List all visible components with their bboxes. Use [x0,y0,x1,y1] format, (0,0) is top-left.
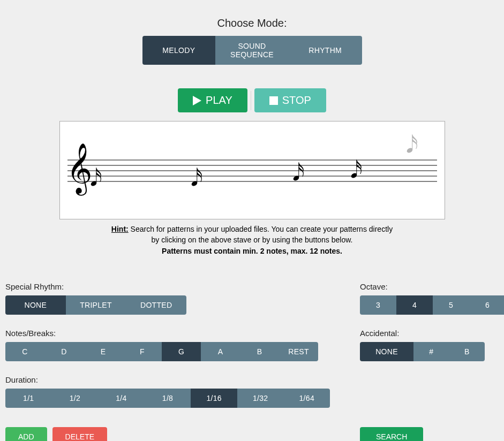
duration-1-64[interactable]: 1/64 [283,389,330,408]
play-icon [193,96,201,105]
duration-label: Duration: [5,375,329,384]
note-b[interactable]: B [240,342,279,361]
hint-text: Hint: Search for patterns in your upload… [59,224,445,256]
octave-3[interactable]: 3 [360,295,396,315]
mode-tab-sound-sequence[interactable]: SOUND SEQUENCE [215,36,289,65]
left-action-row: ADD DELETE [5,427,329,441]
svg-text:𝅘𝅥𝅯: 𝅘𝅥𝅯 [191,168,202,186]
special-rhythm-none[interactable]: NONE [5,295,66,315]
duration-1-2[interactable]: 1/2 [52,389,99,408]
accidental-sharp[interactable]: # [413,342,449,361]
music-stave[interactable]: 𝄞 𝅘𝅥𝅯 𝅘𝅥𝅯 𝅘𝅥𝅯 𝅘𝅥𝅯 𝅘𝅥𝅯 [59,121,445,219]
stop-icon [269,96,278,105]
note-g[interactable]: G [162,342,201,361]
hint-line-2: by clicking on the above stave or by usi… [152,235,353,244]
hint-line-1: Search for patterns in your uploaded fil… [129,225,393,233]
svg-text:𝅘𝅥𝅯: 𝅘𝅥𝅯 [351,159,362,178]
special-rhythm-label: Special Rhythm: [5,282,329,291]
special-rhythm-triplet[interactable]: TRIPLET [66,295,126,315]
octave-group: 3 4 5 6 [360,295,504,315]
duration-1-1[interactable]: 1/1 [5,389,52,408]
hint-prefix: Hint: [111,225,129,233]
treble-clef-icon: 𝄞 [66,143,92,196]
stop-button[interactable]: STOP [254,88,326,112]
play-stop-divider [251,91,251,110]
notes-label: Notes/Breaks: [5,329,329,338]
play-button-label: PLAY [206,94,232,107]
svg-rect-1 [269,96,278,105]
svg-text:𝅘𝅥𝅯: 𝅘𝅥𝅯 [407,134,417,153]
mode-tab-rhythm[interactable]: RHYTHM [289,36,362,65]
mode-tab-melody[interactable]: MELODY [142,36,216,65]
note-e[interactable]: E [84,342,123,361]
special-rhythm-dotted[interactable]: DOTTED [126,295,186,315]
special-rhythm-group: NONE TRIPLET DOTTED [5,295,186,315]
stop-button-label: STOP [282,94,311,107]
accidental-none[interactable]: NONE [360,342,413,361]
duration-1-16[interactable]: 1/16 [191,389,237,408]
octave-5[interactable]: 5 [433,295,469,315]
hint-line-3: Patterns must contain min. 2 notes, max.… [162,247,342,255]
note-a[interactable]: A [201,342,240,361]
play-button[interactable]: PLAY [178,88,247,112]
duration-1-32[interactable]: 1/32 [237,389,284,408]
accidental-label: Accidental: [360,329,504,338]
note-c[interactable]: C [5,342,44,361]
delete-button[interactable]: DELETE [52,427,107,441]
add-button[interactable]: ADD [5,427,47,441]
accidental-flat[interactable]: B [449,342,485,361]
octave-4[interactable]: 4 [396,295,433,315]
mode-tab-group: MELODY SOUND SEQUENCE RHYTHM [142,36,362,65]
duration-1-4[interactable]: 1/4 [98,389,145,408]
octave-6[interactable]: 6 [469,295,504,315]
svg-text:𝅘𝅥𝅯: 𝅘𝅥𝅯 [91,168,101,186]
svg-marker-0 [193,96,201,105]
accidental-group: NONE # B [360,342,485,361]
note-d[interactable]: D [44,342,84,361]
octave-label: Octave: [360,282,504,291]
duration-1-8[interactable]: 1/8 [145,389,191,408]
note-f[interactable]: F [123,342,162,361]
search-button[interactable]: SEARCH [360,427,423,441]
mode-title: Choose Mode: [5,17,499,29]
svg-text:𝅘𝅥𝅯: 𝅘𝅥𝅯 [293,162,304,181]
duration-group: 1/1 1/2 1/4 1/8 1/16 1/32 1/64 [5,389,330,408]
note-rest[interactable]: REST [279,342,318,361]
playback-controls: PLAY STOP [5,88,499,112]
notes-group: C D E F G A B REST [5,342,318,361]
